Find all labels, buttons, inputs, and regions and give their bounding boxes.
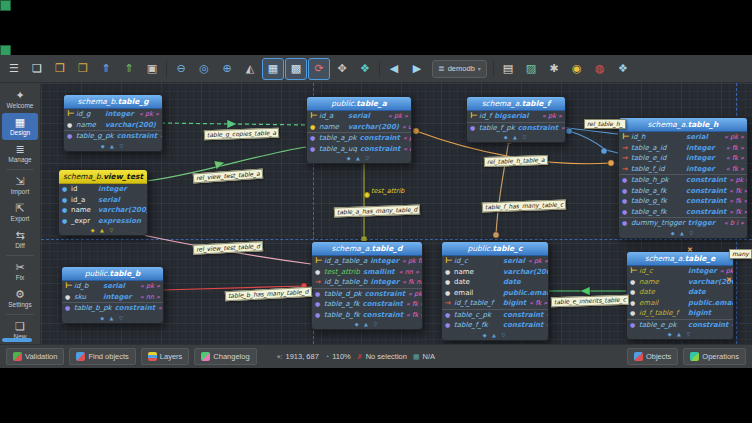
field-row[interactable]: ⊢id_fbigserial« pk »	[467, 111, 565, 122]
field-row[interactable]: ●namevarchar(200)	[59, 205, 147, 216]
field-row[interactable]: ●table_g_fkconstraint« fk »	[619, 196, 747, 207]
field-row[interactable]: →table_f_idinteger« fk »	[619, 164, 747, 175]
relation-endpoint[interactable]	[566, 128, 572, 134]
table-table_a[interactable]: public.table_a⊢id_aserial« pk »●namevarc…	[306, 96, 412, 164]
field-row[interactable]: ●table_d_pkconstraint« pk »	[312, 288, 422, 300]
field-row[interactable]: ●namevarchar(200)	[442, 267, 548, 278]
table-footer-icons[interactable]: ◆ ▲ ▽	[467, 133, 565, 142]
field-row[interactable]: ⊢id_aserial« pk »	[307, 111, 411, 122]
field-row[interactable]: ●table_g_pkconstraint« pk »	[64, 130, 162, 142]
field-row[interactable]: ●table_c_pkconstraint« pk »	[442, 309, 548, 321]
floating-attribute-label[interactable]: test_attrib	[371, 187, 404, 195]
relation-arrow[interactable]	[580, 287, 590, 296]
relation-arrow[interactable]	[214, 158, 226, 169]
relation-line-h_f[interactable]	[606, 150, 618, 153]
table-footer-icons[interactable]: ◆ ▲ ▽	[627, 330, 733, 339]
field-row[interactable]: ●idinteger	[59, 184, 147, 195]
new-file-icon[interactable]: ❏	[26, 58, 48, 80]
help-lifebuoy-icon[interactable]: ◍	[589, 58, 611, 80]
zoom-level[interactable]: ◔ 110%	[325, 352, 351, 361]
database-selector[interactable]: ≣demodb▾	[432, 60, 487, 78]
image-export-icon[interactable]: ▨	[520, 58, 542, 80]
table-header[interactable]: schema_a.table_h	[619, 118, 747, 132]
table-header[interactable]: schema_b.view_test	[59, 170, 147, 184]
export-icon[interactable]: ⇑	[118, 58, 140, 80]
field-row[interactable]: ●table_e_pkconstraint« pk »	[627, 319, 733, 331]
field-row[interactable]: ⊢id_cinteger« pk »	[627, 266, 733, 277]
field-row[interactable]: ●namevarchar(200)	[627, 277, 733, 288]
relation-arrow[interactable]	[227, 120, 237, 129]
sidebar-item-diff[interactable]: ⇆Diff	[2, 226, 38, 253]
field-row[interactable]: ●emailpublic.email	[442, 288, 548, 299]
table-table_b[interactable]: public.table_b⊢id_bserial« pk »●skuinteg…	[61, 266, 164, 324]
plugins-icon[interactable]: ❖	[612, 58, 634, 80]
field-row[interactable]: ⊢id_hserial« pk »	[619, 132, 747, 143]
field-row[interactable]: ●id_f_table_fbigint	[627, 308, 733, 319]
field-row[interactable]: ⊢id_ginteger« pk »	[64, 109, 162, 120]
field-row[interactable]: ●namevarchar(200)« uq »	[307, 122, 411, 133]
print-icon[interactable]: ▣	[141, 58, 163, 80]
table-header[interactable]: public.table_a	[307, 97, 411, 111]
field-row[interactable]: ●id_aserial	[59, 195, 147, 206]
table-header[interactable]: schema_a.table_e	[627, 252, 733, 266]
table-header[interactable]: schema_a.table_f	[467, 97, 565, 111]
sidebar-item-manage[interactable]: ≣Manage	[2, 140, 38, 167]
table-table_e[interactable]: schema_a.table_e⊢id_cinteger« pk »●namev…	[626, 251, 734, 340]
table-header[interactable]: public.table_b	[62, 267, 163, 281]
expand-icon[interactable]: ✥	[331, 58, 353, 80]
sidebar-scrollbar[interactable]	[2, 338, 32, 342]
field-row[interactable]: ⊢id_bserial« pk »	[62, 281, 163, 292]
debug-icon[interactable]: ✱	[543, 58, 565, 80]
table-footer-icons[interactable]: ◆ ▲ ▽	[312, 320, 422, 329]
field-row[interactable]: ●emailpublic.email	[627, 298, 733, 309]
field-row[interactable]: ●table_a_uqconstraint« uq »	[307, 144, 411, 155]
table-footer-icons[interactable]: ◆ ▲ ▽	[62, 314, 163, 323]
field-row[interactable]: →table_a_idinteger« fk »	[619, 143, 747, 154]
diagram-canvas[interactable]: schema_b.table_g⊢id_ginteger« pk »●namev…	[41, 83, 752, 344]
table-footer-icons[interactable]: ◆ ▲ ▽	[619, 229, 747, 238]
sidebar-item-settings[interactable]: ⚙Settings	[2, 285, 38, 312]
back-icon[interactable]: ◀	[383, 58, 405, 80]
sort-layout-icon[interactable]: ◭	[239, 58, 261, 80]
clipped-relation-label[interactable]: many	[729, 249, 752, 259]
sidebar-item-export[interactable]: ⇱Export	[2, 199, 38, 226]
menu-icon[interactable]: ☰	[3, 58, 25, 80]
status-tab-find[interactable]: Find objects	[69, 348, 135, 365]
forward-icon[interactable]: ▶	[406, 58, 428, 80]
table-table_f[interactable]: schema_a.table_f⊢id_fbigserial« pk »●tab…	[466, 96, 566, 143]
status-tab-layers[interactable]: Layers	[141, 348, 190, 365]
table-header[interactable]: public.table_c	[442, 242, 548, 256]
field-row[interactable]: ●table_f_fkconstraint« fk »	[442, 320, 548, 331]
refresh-layout-icon[interactable]: ⟳	[308, 58, 330, 80]
field-row[interactable]: ●datedate	[627, 287, 733, 298]
field-row[interactable]: ●namevarchar(200)	[64, 120, 162, 131]
field-row[interactable]: ●dummy_triggertrigger« b i »	[619, 217, 747, 229]
grid-layout-icon[interactable]: ▦	[262, 58, 284, 80]
relation-line-h_f[interactable]	[569, 131, 606, 150]
grid-compact-icon[interactable]: ▩	[285, 58, 307, 80]
table-footer-icons[interactable]: ◆ ▲ ▽	[442, 331, 548, 340]
close-document-icon[interactable]: ▤	[497, 58, 519, 80]
panel-button-objects[interactable]: Objects	[627, 348, 678, 365]
table-view_test[interactable]: schema_b.view_test●idinteger●id_aserial●…	[58, 169, 148, 236]
sidebar-item-fix[interactable]: ✂Fix	[2, 258, 38, 285]
field-row[interactable]: →id_f_table_fbigint« fk »	[442, 298, 548, 309]
account-icon[interactable]: ◉	[566, 58, 588, 80]
field-row[interactable]: ●table_b_pkconstraint« pk »	[62, 302, 163, 314]
field-row[interactable]: ●table_b_fkconstraint« fk »	[312, 310, 422, 321]
recent-folder-icon[interactable]: ❒	[72, 58, 94, 80]
table-table_d[interactable]: schema_a.table_d⊢id_a_table_ainteger« pk…	[311, 241, 423, 330]
clear-selection-icon[interactable]: ✗	[357, 353, 363, 361]
table-table_h[interactable]: schema_a.table_h⊢id_hserial« pk »→table_…	[618, 117, 748, 239]
field-row[interactable]: ●table_a_pkconstraint« pk »	[307, 132, 411, 144]
table-table_g[interactable]: schema_b.table_g⊢id_ginteger« pk »●namev…	[63, 94, 163, 152]
table-footer-icons[interactable]: ◆ ▲ ▽	[59, 226, 147, 235]
zoom-reset-icon[interactable]: ◎	[193, 58, 215, 80]
field-row[interactable]: ●datedate	[442, 277, 548, 288]
relation-endpoint[interactable]	[608, 160, 614, 166]
field-row[interactable]: →table_e_idinteger« fk »	[619, 153, 747, 164]
field-row[interactable]: ⊢id_cserial« pk »	[442, 256, 548, 267]
panel-button-operations[interactable]: Operations	[683, 348, 746, 365]
field-row[interactable]: →id_b_table_binteger« fk nn »	[312, 277, 422, 288]
relation-label-h_f[interactable]: rel_table_h_	[584, 119, 626, 129]
